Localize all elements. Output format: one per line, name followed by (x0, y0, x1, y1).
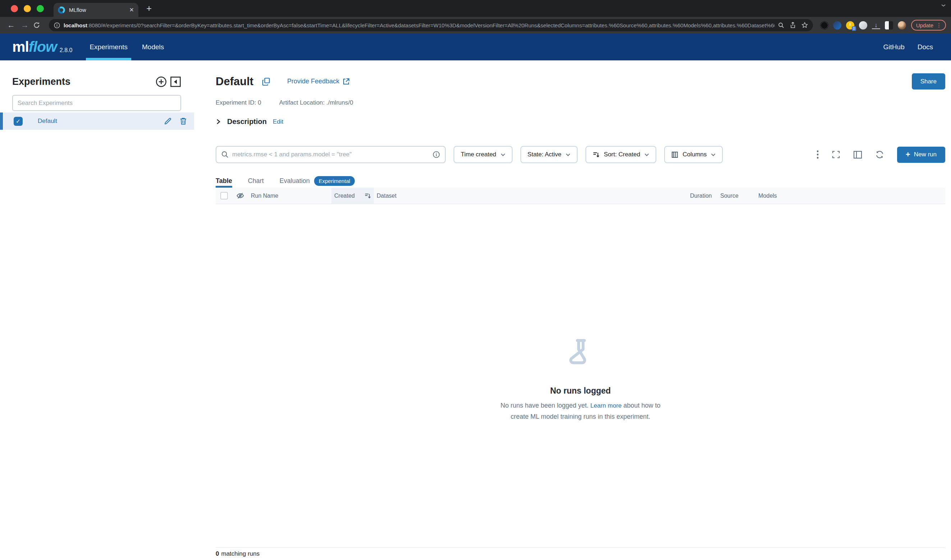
delete-experiment-icon[interactable] (180, 117, 187, 125)
tab-chart[interactable]: Chart (248, 174, 264, 188)
new-tab-button[interactable]: + (146, 3, 152, 14)
chevron-down-icon (645, 153, 649, 156)
matching-runs-footer: 0 matching runs (215, 548, 945, 560)
nav-experiments[interactable]: Experiments (82, 34, 135, 60)
zoom-window-button[interactable] (37, 5, 44, 12)
search-info-icon[interactable] (433, 151, 440, 158)
extension-icon-5[interactable] (885, 21, 893, 29)
chevron-down-icon (501, 153, 505, 156)
column-run-name[interactable]: Run Name (248, 188, 331, 204)
tab-title: MLflow (69, 7, 129, 13)
forward-icon[interactable]: → (19, 20, 30, 30)
header-links: GitHub Docs (879, 34, 938, 60)
browser-tab[interactable]: MLflow ✕ (54, 3, 138, 17)
browser-toolbar: ← → localhost:8080/#/experiments/0?searc… (0, 17, 951, 34)
reload-icon[interactable] (33, 22, 44, 29)
extension-icon-1[interactable] (820, 21, 828, 29)
profile-avatar[interactable] (898, 21, 906, 29)
fullscreen-icon[interactable] (832, 150, 840, 159)
tab-table[interactable]: Table (215, 174, 232, 188)
collapse-sidebar-icon[interactable] (170, 76, 181, 87)
browser-menu-kebab-icon[interactable]: ⋮ (936, 22, 942, 28)
column-source[interactable]: Source (717, 188, 756, 204)
more-options-kebab-icon[interactable] (817, 150, 819, 159)
share-button[interactable]: Share (912, 73, 945, 89)
nav-models[interactable]: Models (135, 34, 171, 60)
description-chevron-icon[interactable] (215, 118, 221, 125)
refresh-icon[interactable] (875, 150, 884, 159)
create-experiment-icon[interactable] (155, 76, 167, 87)
state-filter[interactable]: State: Active (520, 146, 578, 163)
mlflow-logo[interactable]: mlflow 2.8.0 (12, 34, 72, 60)
bookmark-star-icon[interactable] (802, 22, 808, 28)
zoom-page-icon[interactable] (778, 22, 784, 28)
experiment-checkbox[interactable]: ✓ (14, 117, 23, 126)
description-edit-link[interactable]: Edit (273, 118, 283, 125)
window-controls (11, 5, 44, 12)
chevron-down-icon (711, 153, 716, 156)
experiment-name[interactable]: Default (38, 117, 164, 125)
select-all-checkbox[interactable] (215, 188, 232, 204)
runs-search-input[interactable] (232, 151, 429, 158)
extension-icon-2[interactable] (833, 21, 842, 29)
flask-icon (566, 338, 595, 372)
site-info-icon[interactable] (54, 22, 60, 28)
extension-icon-3[interactable]: 0 (846, 21, 854, 29)
app-header: mlflow 2.8.0 Experiments Models GitHub D… (0, 34, 951, 60)
experiment-main-panel: Default Provide Feedback Share Experimen… (194, 60, 951, 560)
github-link[interactable]: GitHub (879, 43, 909, 51)
sort-selector[interactable]: Sort: Created (585, 146, 656, 163)
chevron-down-icon (566, 153, 570, 156)
runs-search-box[interactable] (215, 146, 446, 163)
url-path: :8080/#/experiments/0?searchFilter=&orde… (87, 22, 774, 28)
side-panel-icon[interactable] (853, 151, 862, 159)
main-nav: Experiments Models (82, 34, 171, 60)
back-icon[interactable]: ← (6, 20, 17, 30)
description-label: Description (227, 117, 267, 126)
visibility-eye-off-icon[interactable] (232, 188, 248, 204)
docs-link[interactable]: Docs (913, 43, 938, 51)
sidebar-title: Experiments (12, 76, 155, 87)
external-link-icon (343, 78, 350, 85)
column-dataset[interactable]: Dataset (374, 188, 687, 204)
new-run-button[interactable]: + New run (897, 147, 945, 163)
browser-tab-strip: MLflow ✕ + (0, 0, 951, 17)
experiments-sidebar: Experiments ✓ Default (0, 60, 194, 560)
chrome-update-chip[interactable]: Update ⋮ (911, 20, 946, 31)
sidebar-item-default[interactable]: ✓ Default (0, 112, 194, 130)
runs-table-header: Run Name Created Dataset Duration Source… (215, 188, 945, 204)
logo-ml-text: ml (12, 38, 29, 55)
plus-icon: + (906, 151, 910, 158)
close-window-button[interactable] (11, 5, 18, 12)
address-bar[interactable]: localhost:8080/#/experiments/0?searchFil… (49, 19, 813, 31)
experiment-id: Experiment ID: 0 (215, 99, 261, 106)
column-models[interactable]: Models (756, 188, 945, 204)
tab-close-icon[interactable]: ✕ (129, 6, 134, 13)
experiment-search-box[interactable] (12, 95, 181, 111)
share-icon[interactable] (790, 22, 796, 28)
column-duration[interactable]: Duration (687, 188, 717, 204)
version-label: 2.8.0 (60, 47, 72, 54)
search-icon (222, 151, 229, 158)
copy-icon[interactable] (262, 77, 271, 86)
tab-strip-chevron-icon[interactable] (941, 4, 946, 7)
learn-more-link[interactable]: Learn more (591, 402, 622, 409)
experiment-search-input[interactable] (18, 100, 176, 107)
provide-feedback-link[interactable]: Provide Feedback (287, 78, 350, 85)
edit-experiment-icon[interactable] (164, 117, 172, 125)
column-created[interactable]: Created (331, 188, 374, 204)
downloads-icon[interactable]: ↓ (872, 22, 880, 29)
matching-runs-count: 0 (215, 550, 219, 557)
sort-icon (592, 151, 600, 158)
columns-selector[interactable]: Columns (664, 146, 723, 163)
sort-desc-icon[interactable] (365, 193, 371, 199)
tab-evaluation[interactable]: Evaluation (280, 174, 310, 188)
url-host: localhost (64, 22, 87, 28)
extensions-row: 0 ↓ (820, 21, 906, 29)
artifact-location: Artifact Location: ./mlruns/0 (279, 99, 353, 106)
extension-icon-4[interactable] (859, 21, 867, 29)
experimental-badge: Experimental (314, 176, 355, 186)
time-created-filter[interactable]: Time created (454, 146, 512, 163)
minimize-window-button[interactable] (24, 5, 31, 12)
url-text: localhost:8080/#/experiments/0?searchFil… (64, 22, 774, 28)
